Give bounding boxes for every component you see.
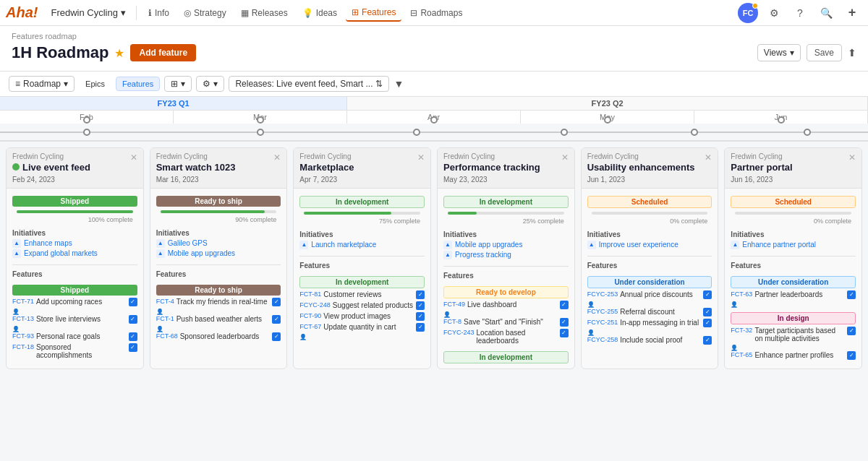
feature-label-fcyc253[interactable]: Annual price discounts bbox=[620, 290, 701, 298]
feature-id-fct8: FCT-8 bbox=[443, 318, 461, 325]
feature-label-fct4[interactable]: Track my friends in real-time bbox=[176, 298, 271, 306]
feature-label-fct65[interactable]: Enhance partner profiles bbox=[754, 351, 845, 359]
feature-label-fct13[interactable]: Store live interviews bbox=[36, 315, 127, 323]
card-title-5[interactable]: Partner portal bbox=[731, 162, 792, 174]
settings-button[interactable]: ⚙ ▾ bbox=[196, 76, 224, 92]
card-title-1[interactable]: Smart watch 1023 bbox=[156, 162, 236, 174]
milestone-may[interactable] bbox=[561, 129, 568, 136]
features-label-1: Features bbox=[150, 267, 287, 283]
initiatives-section-3: Initiatives ▲ Mobile app upgrades ▲ Prog… bbox=[438, 228, 574, 264]
initiative-4-0[interactable]: ▲ Improve user experience bbox=[587, 241, 712, 249]
nav-info[interactable]: ℹ Info bbox=[142, 5, 175, 21]
views-chevron-icon: ▾ bbox=[790, 48, 794, 58]
initiative-3-0[interactable]: ▲ Mobile app upgrades bbox=[443, 241, 569, 249]
feature-label-fct18[interactable]: Sponsored accomplishments bbox=[36, 343, 127, 359]
feature-label-fct81[interactable]: Customer reviews bbox=[323, 290, 414, 298]
initiative-icon: ▲ bbox=[731, 241, 739, 249]
features-button[interactable]: Features bbox=[116, 77, 160, 91]
feature-label-fct63[interactable]: Partner leaderboards bbox=[754, 290, 845, 298]
milestone-apr[interactable] bbox=[413, 129, 420, 136]
views-button[interactable]: Views ▾ bbox=[757, 44, 801, 61]
initiative-2-0[interactable]: ▲ Launch marketplace bbox=[299, 241, 425, 249]
initiative-icon: ▲ bbox=[12, 239, 21, 248]
workspace-label: Fredwin Cycling bbox=[51, 7, 117, 18]
progress-bar-1 bbox=[161, 210, 277, 213]
initiative-icon: ▲ bbox=[443, 251, 452, 259]
initiative-5-0[interactable]: ▲ Enhance partner portal bbox=[731, 241, 856, 249]
initiative-1-1[interactable]: ▲ Mobile app upgrades bbox=[156, 249, 281, 258]
month-may: May bbox=[521, 111, 694, 124]
settings-icon-btn[interactable]: ⚙ bbox=[764, 3, 784, 23]
milestone-jun2[interactable] bbox=[804, 129, 811, 136]
feature-label-fcyc255[interactable]: Referral discount bbox=[620, 308, 701, 316]
roadmap-container[interactable]: FY23 Q1 FY23 Q2 Feb Mar Apr May Jun Fred… bbox=[0, 97, 868, 457]
progress-bar-4 bbox=[592, 212, 708, 215]
feature-label-fcyc258[interactable]: Include social proof bbox=[620, 336, 701, 344]
feature-label-fct49[interactable]: Live dashboard bbox=[467, 301, 558, 309]
feature-label-fct93[interactable]: Personal race goals bbox=[36, 332, 127, 340]
feature-label-fct90[interactable]: View product images bbox=[323, 312, 414, 320]
save-button[interactable]: Save bbox=[807, 44, 842, 61]
feature-label-fct68[interactable]: Sponsored leaderboards bbox=[180, 332, 271, 340]
initiative-label-1-1: Mobile app upgrades bbox=[168, 249, 235, 257]
feature-label-fct67[interactable]: Update quantity in cart bbox=[323, 323, 414, 331]
card-title-4[interactable]: Usability enhancements bbox=[587, 162, 695, 174]
feature-label-fct71[interactable]: Add upcoming races bbox=[36, 298, 127, 306]
card-close-5[interactable]: ✕ bbox=[848, 152, 856, 163]
feature-label-fct1[interactable]: Push based weather alerts bbox=[176, 315, 271, 323]
card-title-0[interactable]: Live event feed bbox=[12, 162, 90, 174]
nav-releases[interactable]: ▦ Releases bbox=[235, 5, 294, 21]
card-close-1[interactable]: ✕ bbox=[273, 152, 281, 163]
feature-check-fct63: ✓ bbox=[847, 290, 856, 299]
milestone-feb[interactable] bbox=[83, 129, 90, 136]
feature-label-fct32[interactable]: Target participants based on multiple ac… bbox=[754, 327, 845, 342]
feature-label-fcyc251[interactable]: In-app messaging in trial bbox=[620, 319, 701, 327]
progress-bar-2 bbox=[304, 212, 420, 215]
nav-info-label: Info bbox=[155, 8, 169, 18]
nav-ideas[interactable]: 💡 Ideas bbox=[297, 5, 343, 21]
star-icon[interactable]: ★ bbox=[114, 46, 124, 60]
card-company-0: Fredwin Cycling bbox=[12, 152, 90, 160]
view-options-button[interactable]: ⊞ ▾ bbox=[164, 76, 192, 92]
feature-label-fct8[interactable]: Save "Start" and "Finish" bbox=[464, 318, 558, 326]
milestone-jun1[interactable] bbox=[691, 129, 698, 136]
card-title-3[interactable]: Performance tracking bbox=[443, 162, 540, 174]
initiative-1-0[interactable]: ▲ Galileo GPS bbox=[156, 239, 281, 248]
nav-roadmaps[interactable]: ⊟ Roadmaps bbox=[404, 5, 468, 21]
card-company-2: Fredwin Cycling bbox=[299, 152, 354, 160]
card-close-2[interactable]: ✕ bbox=[417, 152, 425, 163]
workspace-selector[interactable]: Fredwin Cycling ▾ bbox=[46, 4, 129, 21]
feature-group-5-1: In design FCT-32 Target participants bas… bbox=[725, 311, 861, 365]
card-title-2[interactable]: Marketplace bbox=[299, 162, 354, 174]
help-icon-btn[interactable]: ? bbox=[790, 3, 810, 23]
feature-label-fcyc248[interactable]: Suggest related products bbox=[333, 301, 414, 309]
add-feature-button[interactable]: Add feature bbox=[130, 44, 196, 61]
releases-filter-button[interactable]: Releases: Live event feed, Smart ... ⇅ bbox=[229, 76, 389, 92]
nav-features[interactable]: ⊞ Features bbox=[346, 4, 401, 22]
filter-icon[interactable]: ▼ bbox=[393, 78, 404, 90]
card-close-0[interactable]: ✕ bbox=[130, 152, 137, 163]
initiative-0-1[interactable]: ▲ Expand global markets bbox=[12, 249, 137, 258]
feature-item-fct4: FCT-4 Track my friends in real-time ✓ bbox=[156, 298, 281, 306]
feature-check-fct8: ✓ bbox=[560, 318, 569, 327]
initiative-0-0[interactable]: ▲ Enhance maps bbox=[12, 239, 137, 248]
milestone-mar[interactable] bbox=[257, 129, 264, 136]
initiative-3-1[interactable]: ▲ Progress tracking bbox=[443, 251, 569, 259]
roadmap-button[interactable]: ≡ Roadmap ▾ bbox=[9, 76, 75, 92]
feature-id-fct49: FCT-49 bbox=[443, 301, 465, 308]
card-header-smart-watch: Fredwin Cycling Smart watch 1023 Mar 16,… bbox=[150, 148, 287, 189]
add-icon-btn[interactable]: + bbox=[842, 3, 862, 23]
features-icon: ⊞ bbox=[352, 7, 359, 17]
progress-fill-1 bbox=[161, 210, 265, 213]
epics-button[interactable]: Epics bbox=[79, 77, 111, 91]
share-icon[interactable]: ⬆ bbox=[848, 47, 856, 59]
card-close-3[interactable]: ✕ bbox=[561, 152, 569, 163]
initiatives-section-0: Initiatives ▲ Enhance maps ▲ Expand glob… bbox=[7, 226, 143, 262]
strategy-icon: ◎ bbox=[184, 8, 191, 18]
ideas-icon: 💡 bbox=[302, 8, 313, 18]
search-icon-btn[interactable]: 🔍 bbox=[816, 3, 836, 23]
nav-strategy[interactable]: ◎ Strategy bbox=[178, 5, 232, 21]
feature-label-fcyc243[interactable]: Location based leaderboards bbox=[477, 329, 558, 345]
card-close-4[interactable]: ✕ bbox=[705, 152, 712, 163]
avatar[interactable]: FC bbox=[738, 3, 758, 23]
